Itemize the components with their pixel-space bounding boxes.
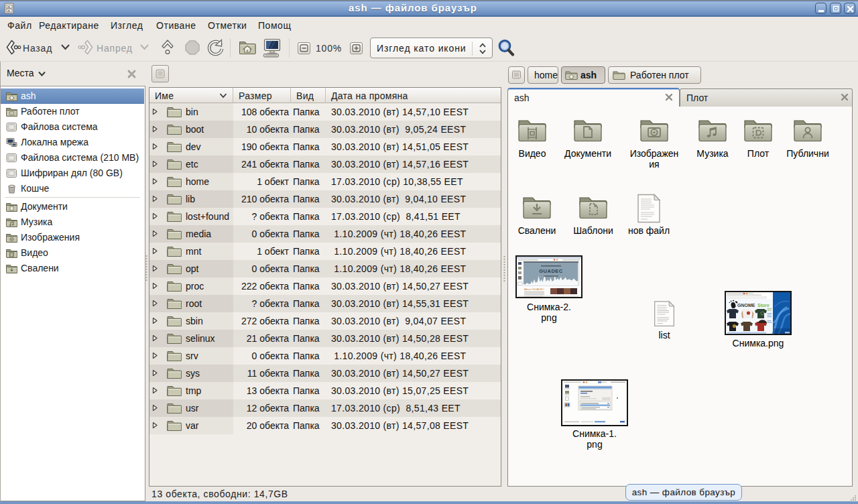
svg-text:Store: Store	[757, 303, 770, 308]
svg-text:GUADEC: GUADEC	[539, 268, 563, 274]
svg-text:About GUADEC: About GUADEC	[524, 288, 544, 291]
svg-text:GNOME: GNOME	[737, 303, 755, 308]
